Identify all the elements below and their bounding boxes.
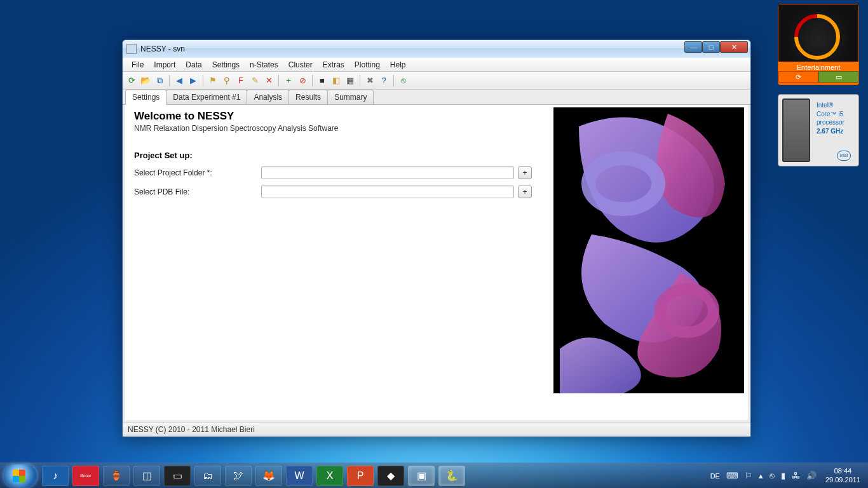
menubar: FileImportDataSettingsn-StatesClusterExt… [123, 58, 750, 72]
network-icon[interactable]: 🖧 [792, 471, 800, 480]
teapot-icon[interactable]: 🏺 [103, 466, 130, 486]
statusbar: NESSY (C) 2010 - 2011 Michael Bieri [123, 423, 750, 437]
field-label: Select PDB File: [134, 187, 261, 196]
word-icon[interactable]: W [286, 466, 313, 486]
help-icon[interactable]: ? [377, 74, 390, 87]
terminal-icon[interactable]: ▭ [164, 466, 191, 486]
itunes-icon[interactable]: ♪ [42, 466, 69, 486]
excel-icon[interactable]: X [316, 466, 343, 486]
page-subtitle: NMR Relaxation Dispersion Spectroscopy A… [134, 124, 545, 133]
pdb-file-input[interactable] [261, 186, 514, 198]
bluetooth-icon[interactable]: ⎋ [770, 471, 775, 480]
grid-icon[interactable]: ▦ [344, 74, 356, 87]
browse-folder-button[interactable]: + [518, 166, 532, 179]
delete-icon[interactable]: ✕ [262, 74, 275, 87]
menu-data[interactable]: Data [180, 58, 207, 71]
open-folder-icon[interactable]: 📂 [139, 74, 152, 87]
remove-icon[interactable]: ⊘ [296, 74, 309, 87]
start-button[interactable] [4, 464, 37, 487]
field-label: Select Project Folder *: [134, 168, 261, 177]
separator [393, 75, 394, 86]
language-indicator[interactable]: DE [710, 472, 720, 480]
settings-panel: Welcome to NESSY NMR Relaxation Dispersi… [125, 105, 553, 420]
menu-help[interactable]: Help [385, 58, 411, 71]
tab-results[interactable]: Results [288, 90, 328, 104]
gauge-icon [778, 4, 858, 62]
f-icon[interactable]: F [234, 74, 247, 87]
intel-logo-icon: intel [837, 151, 851, 161]
taskbar: ♪ifolor🏺◫▭🗂🕊🦊WXP◆▣🐍 DE ⌨ ⚐ ▴ ⎋ ▮ 🖧 🔊 08:… [0, 463, 868, 488]
section-heading: Project Set up: [134, 151, 545, 160]
user-icon[interactable]: ◧ [330, 74, 342, 87]
explorer-icon[interactable]: 🗂 [194, 466, 221, 486]
action-center-icon[interactable]: ⚐ [745, 471, 752, 480]
flag-icon[interactable]: ⚑ [207, 74, 219, 87]
separator [278, 75, 279, 86]
minimize-button[interactable]: — [684, 41, 702, 53]
edit-icon[interactable]: ✎ [248, 74, 261, 87]
origin-icon[interactable]: ◆ [377, 466, 404, 486]
browse-file-button[interactable]: + [518, 186, 532, 198]
keyboard-icon[interactable]: ⌨ [726, 471, 738, 480]
tools-icon[interactable]: ✖ [363, 74, 376, 87]
tab-analysis[interactable]: Analysis [247, 90, 289, 104]
powerpoint-icon[interactable]: P [347, 466, 374, 486]
tabstrip: SettingsData Experiment #1AnalysisResult… [123, 90, 750, 105]
form-row: Select PDB File:+ [134, 186, 545, 198]
tab-summary[interactable]: Summary [327, 90, 374, 104]
window-title: NESSY - svn [140, 44, 185, 53]
separator [360, 75, 360, 86]
menu-settings[interactable]: Settings [207, 58, 245, 71]
tab-data-experiment--1[interactable]: Data Experiment #1 [166, 90, 247, 104]
clock[interactable]: 08:44 29.09.2011 [825, 467, 860, 484]
python-icon[interactable]: 🐍 [438, 466, 465, 486]
firefox-icon[interactable]: 🦊 [255, 466, 282, 486]
page-title: Welcome to NESSY [134, 110, 545, 123]
menu-extras[interactable]: Extras [318, 58, 349, 71]
project-folder-input[interactable] [261, 166, 514, 179]
nessy-window: NESSY - svn — □ ✕ FileImportDataSettings… [122, 39, 751, 437]
refresh-icon[interactable]: ⟳ [125, 74, 138, 87]
copy-icon[interactable]: ⧉ [153, 74, 166, 87]
chevron-up-icon[interactable]: ▴ [759, 471, 763, 480]
maximize-button[interactable]: □ [702, 41, 720, 53]
separator [169, 75, 170, 86]
thunderbird-icon[interactable]: 🕊 [225, 466, 252, 486]
gadget-screen-icon[interactable]: ▭ [818, 71, 858, 83]
gadget-app-icon[interactable]: ▣ [408, 466, 435, 486]
entertainment-label: Entertainment [778, 62, 858, 71]
menu-plotting[interactable]: Plotting [349, 58, 385, 71]
exit-icon[interactable]: ⎋ [397, 74, 410, 87]
app-icon [126, 44, 137, 54]
battery-icon[interactable]: ▮ [781, 471, 785, 480]
add-icon[interactable]: + [282, 74, 295, 87]
toolbar: ⟳📂⧉◀▶⚑⚲F✎✕+⊘■◧▦✖?⎋ [123, 72, 750, 90]
separator [312, 75, 313, 86]
back-icon[interactable]: ◀ [173, 74, 186, 87]
cpu-chip-icon [782, 98, 810, 162]
close-button[interactable]: ✕ [720, 41, 748, 53]
ifolor-icon[interactable]: ifolor [72, 466, 99, 486]
volume-icon[interactable]: 🔊 [806, 471, 817, 480]
gadget-power-icon[interactable]: ⟳ [778, 71, 818, 83]
entertainment-gadget[interactable]: Entertainment ⟳ ▭ [778, 4, 859, 85]
cpu-gadget[interactable]: Intel® Core™ i5 processor 2.67 GHz intel [778, 94, 859, 166]
menu-import[interactable]: Import [149, 58, 180, 71]
menu-nstates[interactable]: n-States [245, 58, 283, 71]
menu-file[interactable]: File [126, 58, 149, 71]
content-area: Welcome to NESSY NMR Relaxation Dispersi… [125, 105, 748, 420]
system-tray: DE ⌨ ⚐ ▴ ⎋ ▮ 🖧 🔊 08:44 29.09.2011 [710, 467, 864, 484]
virtualbox-icon[interactable]: ◫ [133, 466, 160, 486]
person-icon[interactable]: ⚲ [220, 74, 233, 87]
stop-icon[interactable]: ■ [316, 74, 329, 87]
forward-icon[interactable]: ▶ [187, 74, 200, 87]
separator [203, 75, 203, 86]
tab-settings[interactable]: Settings [125, 90, 166, 105]
form-row: Select Project Folder *:+ [134, 166, 545, 179]
protein-image [553, 107, 744, 393]
menu-cluster[interactable]: Cluster [283, 58, 318, 71]
titlebar[interactable]: NESSY - svn — □ ✕ [123, 40, 750, 58]
cpu-info: Intel® Core™ i5 processor 2.67 GHz intel [814, 95, 858, 166]
